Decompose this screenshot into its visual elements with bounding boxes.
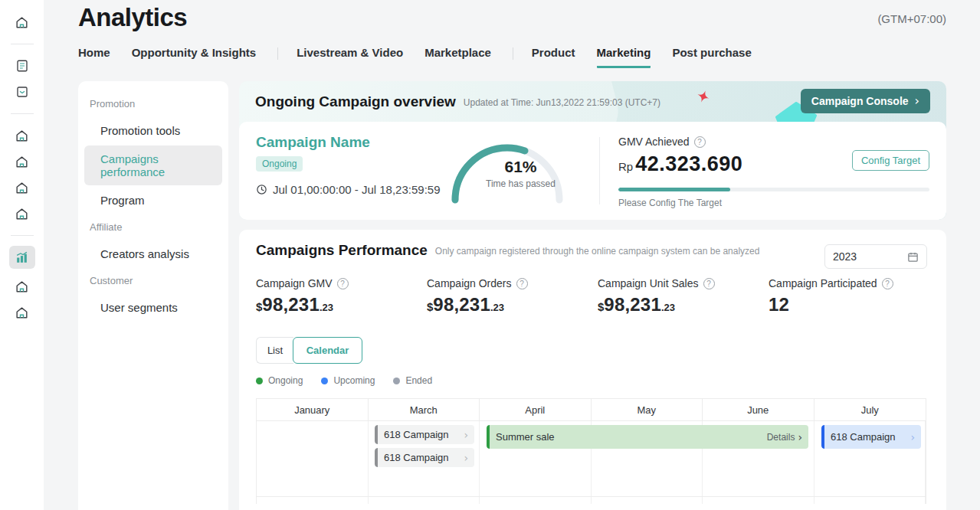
sidebar-section-customer: Customer: [84, 269, 222, 294]
list-view-button[interactable]: List: [256, 337, 293, 364]
sidebar-section-affiliate: Affiliate: [84, 215, 222, 240]
calendar-view-button[interactable]: Calendar: [293, 337, 362, 364]
month-header-march: March: [369, 399, 480, 420]
event-618-campaign-ended[interactable]: 618 Campaign›: [375, 425, 474, 444]
home-icon[interactable]: [9, 11, 35, 34]
ongoing-dot-icon: [256, 378, 263, 384]
campaigns-performance-section: Campaigns Performance Only campaign regi…: [239, 230, 946, 510]
main-column: Ongoing Campaign overview Updated at Tim…: [239, 81, 946, 510]
shipping-icon[interactable]: [9, 176, 35, 199]
gmv-achieved-block: GMV Achieved ? Rp42.323.690 Config Targe…: [600, 122, 946, 220]
help-icon[interactable]: ?: [882, 278, 893, 289]
sidebar: Promotion Promotion tools Campaigns perf…: [78, 81, 228, 510]
gauge-percent-value: 61%: [442, 158, 599, 176]
config-target-button[interactable]: Config Target: [852, 150, 929, 171]
chevron-right-icon: ›: [798, 431, 808, 443]
products-icon[interactable]: [9, 124, 35, 147]
time-passed-gauge: 61% Time has passed: [442, 122, 599, 220]
chevron-right-icon: ›: [915, 96, 919, 106]
view-toggle: List Calendar: [256, 337, 929, 364]
gauge-caption: Time has passed: [442, 178, 599, 189]
icon-rail: [0, 0, 44, 510]
tab-product[interactable]: Product: [532, 46, 575, 66]
metric-campaign-participated: Campaign Participated? 12: [769, 277, 929, 315]
timezone-label: (GTM+07:00): [877, 12, 946, 25]
legend-upcoming: Upcoming: [321, 375, 375, 386]
top-nav: Home Opportunity & Insights Livestream &…: [78, 46, 773, 68]
legend-ongoing: Ongoing: [256, 375, 303, 386]
chevron-right-icon: ›: [910, 431, 921, 443]
rail-divider: [11, 235, 34, 236]
content-area: Promotion Promotion tools Campaigns perf…: [78, 81, 946, 510]
rail-divider: [11, 113, 34, 114]
chevron-right-icon: ›: [464, 429, 474, 441]
help-icon[interactable]: ?: [337, 278, 349, 289]
gmv-achieved-label: GMV Achieved: [618, 136, 690, 148]
marketing-icon[interactable]: [9, 202, 35, 225]
gmv-progress-fill: [618, 188, 730, 191]
help-icon[interactable]: ?: [694, 136, 706, 148]
help-center-icon[interactable]: [9, 301, 35, 324]
month-header-june: June: [703, 399, 814, 420]
tab-livestream-video[interactable]: Livestream & Video: [297, 46, 403, 66]
chevron-right-icon: ›: [464, 452, 474, 464]
orders-icon[interactable]: [9, 54, 35, 77]
ongoing-campaign-overview-section: Ongoing Campaign overview Updated at Tim…: [239, 81, 946, 220]
sidebar-item-promotion-tools[interactable]: Promotion tools: [84, 117, 222, 144]
inbox-icon[interactable]: [9, 80, 35, 103]
campaign-status-badge: Ongoing: [256, 156, 303, 172]
sidebar-item-program[interactable]: Program: [84, 187, 222, 214]
campaign-name-link[interactable]: Campaign Name: [256, 134, 442, 151]
metric-campaign-gmv: Campaign GMV? $98,231.23: [256, 277, 427, 315]
year-picker[interactable]: 2023: [824, 244, 927, 269]
clock-icon: [256, 184, 267, 195]
month-header-january: January: [257, 399, 369, 420]
tab-home[interactable]: Home: [78, 46, 110, 66]
nav-separator: [277, 47, 278, 60]
calendar-cell: [257, 421, 369, 504]
settings-icon[interactable]: [9, 275, 35, 298]
month-header-july: July: [814, 399, 926, 420]
month-header-april: April: [480, 399, 592, 420]
event-618-campaign-upcoming[interactable]: 618 Campaign›: [821, 425, 921, 449]
sidebar-section-promotion: Promotion: [84, 92, 222, 117]
performance-title: Campaigns Performance: [256, 242, 428, 259]
rail-divider: [11, 44, 34, 44]
legend-ended: Ended: [393, 375, 432, 386]
sidebar-item-campaigns-performance[interactable]: Campaigns performance: [84, 145, 222, 185]
metric-campaign-unit-sales: Campaign Unit Sales? $98,231.23: [598, 277, 769, 315]
event-618-campaign-ended[interactable]: 618 Campaign›: [375, 448, 474, 467]
overview-card: Campaign Name Ongoing Jul 01,00:00:00 - …: [239, 122, 946, 220]
page-title: Analytics: [78, 0, 187, 35]
campaign-date-range: Jul 01,00:00:00 - Jul 18,23:59:59: [273, 183, 441, 196]
confetti-red-sparkle-icon: [697, 90, 710, 103]
campaign-calendar: January March April May June July: [256, 398, 926, 504]
finance-icon[interactable]: [9, 150, 35, 173]
metric-campaign-orders: Campaign Orders? $98,231.23: [427, 277, 598, 315]
event-details-link[interactable]: Details: [767, 432, 798, 443]
tab-marketing[interactable]: Marketing: [597, 46, 651, 68]
gmv-progress-bar: [618, 188, 929, 191]
campaign-info: Campaign Name Ongoing Jul 01,00:00:00 - …: [239, 122, 442, 220]
sidebar-item-creators-analysis[interactable]: Creators analysis: [84, 240, 222, 267]
help-icon[interactable]: ?: [703, 278, 715, 289]
calendar-row-divider: [257, 496, 926, 497]
nav-separator: [513, 47, 513, 60]
overview-updated-timestamp: Updated at Time: Jun13,2022 21:59:03 (UT…: [464, 95, 660, 108]
performance-subtitle: Only campaign registered through the onl…: [435, 246, 760, 259]
metrics-row: Campaign GMV? $98,231.23 Campaign Orders…: [256, 277, 929, 315]
status-legend: Ongoing Upcoming Ended: [256, 375, 929, 386]
analytics-icon[interactable]: [9, 246, 35, 269]
tab-marketplace[interactable]: Marketplace: [424, 46, 491, 66]
month-header-may: May: [592, 399, 703, 420]
campaign-console-button[interactable]: Campaign Console›: [801, 89, 930, 113]
event-summer-sale-ongoing[interactable]: Summer sale Details ›: [487, 425, 808, 449]
tab-post-purchase[interactable]: Post purchase: [672, 46, 751, 66]
overview-title: Ongoing Campaign overview: [255, 93, 456, 110]
gmv-value: 42.323.690: [635, 152, 742, 175]
sidebar-item-user-segments[interactable]: User segments: [84, 294, 222, 321]
tab-opportunity-insights[interactable]: Opportunity & Insights: [132, 46, 257, 66]
help-icon[interactable]: ?: [516, 278, 528, 289]
upcoming-dot-icon: [321, 378, 328, 384]
gmv-currency: Rp: [618, 160, 633, 173]
